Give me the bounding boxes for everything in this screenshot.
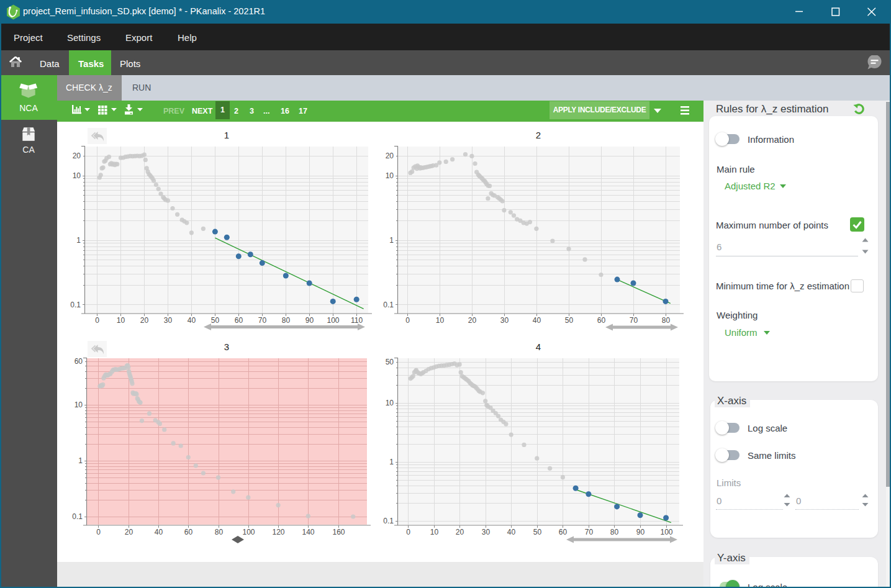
svg-text:0.1: 0.1 <box>72 512 83 521</box>
svg-text:10: 10 <box>386 399 394 407</box>
svg-text:20: 20 <box>125 528 133 536</box>
svg-text:40: 40 <box>155 528 163 536</box>
svg-text:40: 40 <box>533 316 541 325</box>
svg-text:40: 40 <box>507 528 516 536</box>
svg-text:80: 80 <box>610 528 619 536</box>
svg-text:10: 10 <box>436 316 445 325</box>
svg-text:70: 70 <box>585 528 594 536</box>
svg-text:1: 1 <box>78 456 83 465</box>
svg-text:80: 80 <box>215 528 224 536</box>
svg-text:100: 100 <box>242 528 255 536</box>
svg-text:10: 10 <box>73 171 81 180</box>
svg-text:20: 20 <box>140 316 149 325</box>
svg-text:140: 140 <box>302 528 314 536</box>
svg-text:100: 100 <box>660 528 672 536</box>
svg-text:50: 50 <box>565 316 574 325</box>
svg-text:0: 0 <box>406 528 410 536</box>
svg-text:20: 20 <box>456 528 464 536</box>
svg-text:0: 0 <box>95 316 99 325</box>
svg-text:80: 80 <box>282 316 291 325</box>
svg-text:90: 90 <box>636 528 645 536</box>
svg-text:0.1: 0.1 <box>383 301 394 309</box>
svg-text:120: 120 <box>272 528 284 536</box>
svg-text:0: 0 <box>96 528 101 536</box>
svg-text:10: 10 <box>386 171 394 180</box>
svg-text:30: 30 <box>500 316 509 325</box>
svg-text:70: 70 <box>630 316 638 325</box>
svg-text:2: 2 <box>536 130 541 140</box>
svg-text:60: 60 <box>75 357 83 366</box>
svg-text:20: 20 <box>468 316 477 325</box>
svg-text:60: 60 <box>559 528 568 536</box>
svg-text:1: 1 <box>76 236 81 245</box>
svg-text:60: 60 <box>235 316 243 325</box>
svg-text:0.1: 0.1 <box>70 301 81 309</box>
svg-text:60: 60 <box>184 528 193 536</box>
svg-text:1: 1 <box>389 236 394 245</box>
svg-text:1: 1 <box>389 458 394 466</box>
svg-text:3: 3 <box>224 341 229 352</box>
svg-text:20: 20 <box>386 152 394 160</box>
svg-text:10: 10 <box>430 528 439 536</box>
svg-text:60: 60 <box>597 316 606 325</box>
svg-text:50: 50 <box>211 316 220 325</box>
svg-text:10: 10 <box>75 400 83 409</box>
svg-text:90: 90 <box>305 316 314 325</box>
svg-text:100: 100 <box>327 316 339 325</box>
svg-text:0: 0 <box>405 316 410 325</box>
svg-text:30: 30 <box>164 316 173 325</box>
svg-text:50: 50 <box>386 358 394 366</box>
svg-text:20: 20 <box>73 152 81 160</box>
svg-text:10: 10 <box>117 316 125 325</box>
svg-text:30: 30 <box>482 528 491 536</box>
svg-text:110: 110 <box>351 316 363 325</box>
svg-text:4: 4 <box>536 341 541 352</box>
svg-text:70: 70 <box>258 316 267 325</box>
svg-text:0.1: 0.1 <box>383 517 394 525</box>
svg-text:80: 80 <box>662 316 671 325</box>
svg-text:50: 50 <box>533 528 542 536</box>
svg-text:160: 160 <box>332 528 345 536</box>
svg-text:40: 40 <box>188 316 196 325</box>
svg-text:1: 1 <box>224 130 229 140</box>
